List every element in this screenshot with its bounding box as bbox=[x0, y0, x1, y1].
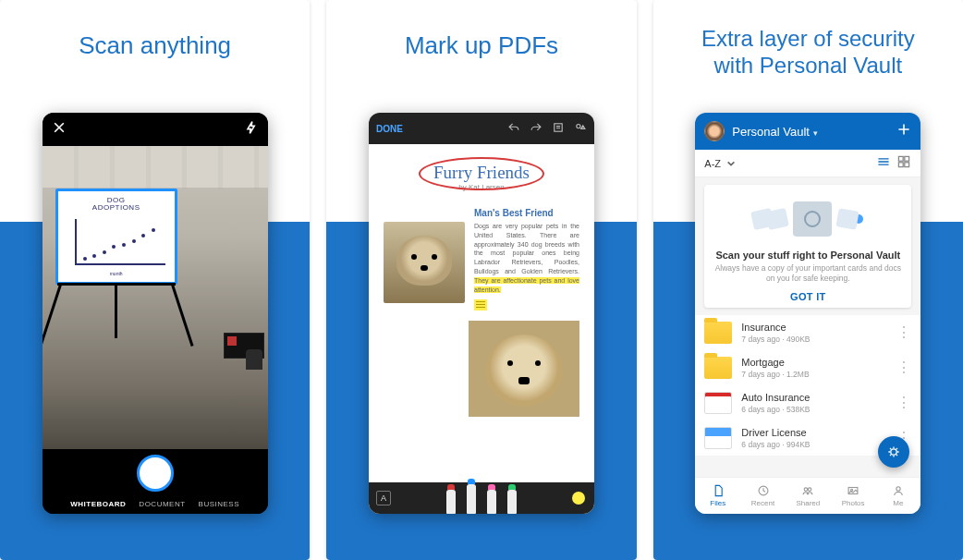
avatar[interactable] bbox=[704, 121, 725, 141]
list-view-icon[interactable] bbox=[876, 154, 891, 173]
para-text: Dogs are very popular pets in the United… bbox=[474, 223, 579, 274]
chart-x-axis bbox=[75, 263, 165, 265]
sort-bar: A-Z bbox=[695, 150, 920, 177]
camera-viewfinder: DOG ADOPTIONS bbox=[43, 146, 268, 449]
flash-icon[interactable] bbox=[244, 120, 259, 139]
shutter-button[interactable] bbox=[137, 455, 174, 492]
done-button[interactable]: DONE bbox=[376, 124, 403, 134]
panel-markup: Mark up PDFs DONE Furry Friends by Kat L… bbox=[326, 0, 636, 560]
pen-pink[interactable] bbox=[487, 490, 496, 514]
tab-shared[interactable]: Shared bbox=[786, 478, 831, 514]
camera-bottom-bar: WHITEBOARD DOCUMENT BUSINESS bbox=[43, 449, 268, 514]
promo-card: Scan your stuff right to Personal Vault … bbox=[704, 185, 911, 308]
easel-legs bbox=[55, 285, 177, 349]
markup-bottom-bar: A bbox=[369, 482, 594, 514]
font-indicator[interactable]: A bbox=[376, 491, 391, 505]
doc-body-row: Dogs are very popular pets in the United… bbox=[384, 222, 579, 313]
board-title-line2: ADOPTIONS bbox=[64, 204, 169, 212]
doc-paragraph: Dogs are very popular pets in the United… bbox=[474, 222, 579, 313]
svg-rect-4 bbox=[899, 162, 904, 166]
card-icon bbox=[836, 208, 859, 230]
chart-point bbox=[103, 250, 106, 254]
pen-green[interactable] bbox=[507, 490, 517, 514]
room-bg: DOG ADOPTIONS bbox=[43, 146, 268, 449]
highlight-annotation: They are affectionate pets and love atte… bbox=[474, 277, 579, 293]
dog-image-1 bbox=[384, 222, 465, 303]
color-swatch-yellow[interactable] bbox=[572, 492, 585, 505]
tab-label: Files bbox=[710, 499, 725, 507]
capture-mode-tabs[interactable]: WHITEBOARD DOCUMENT BUSINESS bbox=[70, 500, 239, 508]
more-icon[interactable]: ⋮ bbox=[896, 329, 911, 336]
document-icon bbox=[704, 392, 732, 414]
whiteboard: DOG ADOPTIONS bbox=[55, 189, 177, 285]
svg-rect-3 bbox=[905, 156, 909, 161]
tab-files[interactable]: Files bbox=[695, 478, 740, 514]
mode-whiteboard[interactable]: WHITEBOARD bbox=[70, 500, 126, 508]
background-desk bbox=[209, 333, 268, 397]
chart-point bbox=[132, 239, 136, 243]
folder-icon bbox=[704, 322, 732, 344]
markup-top-bar: DONE bbox=[369, 113, 594, 144]
svg-point-6 bbox=[891, 449, 896, 455]
sort-label[interactable]: A-Z bbox=[704, 158, 721, 169]
camera-top-bar bbox=[43, 113, 268, 146]
tab-recent[interactable]: Recent bbox=[740, 478, 786, 514]
person-silhouette bbox=[246, 349, 262, 370]
ink-circle-annotation bbox=[419, 157, 544, 190]
more-icon[interactable]: ⋮ bbox=[896, 364, 911, 371]
pen-blue[interactable] bbox=[467, 484, 476, 514]
chevron-down-icon[interactable] bbox=[726, 155, 736, 172]
pen-red[interactable] bbox=[446, 490, 456, 514]
redo-icon[interactable] bbox=[530, 121, 542, 136]
chart-point bbox=[141, 234, 145, 237]
section-heading: Man's Best Friend bbox=[474, 208, 579, 218]
svg-point-1 bbox=[577, 125, 580, 128]
grid-view-icon[interactable] bbox=[896, 154, 911, 173]
tab-label: Photos bbox=[842, 499, 865, 507]
close-icon[interactable] bbox=[52, 120, 67, 139]
add-icon[interactable] bbox=[896, 122, 911, 140]
chart-point bbox=[152, 228, 155, 232]
chart-y-axis bbox=[75, 219, 77, 265]
caret-down-icon: ▾ bbox=[813, 128, 818, 138]
markup-toolbar bbox=[507, 121, 587, 136]
got-it-button[interactable]: GOT IT bbox=[713, 291, 902, 302]
chart-point bbox=[92, 254, 96, 258]
note-icon[interactable] bbox=[552, 121, 565, 136]
doc-title-area: Furry Friends by Kat Larsen bbox=[384, 163, 579, 191]
board-chart: month bbox=[67, 219, 165, 273]
chart-point bbox=[83, 257, 87, 261]
ceiling bbox=[43, 146, 268, 189]
list-item[interactable]: Insurance7 days ago · 490KB ⋮ bbox=[695, 315, 920, 350]
svg-point-9 bbox=[809, 488, 812, 492]
pen-tray bbox=[446, 484, 517, 514]
file-list: Insurance7 days ago · 490KB ⋮ Mortgage7 … bbox=[695, 315, 920, 456]
list-item[interactable]: Auto Insurance6 days ago · 538KB ⋮ bbox=[695, 385, 920, 420]
item-meta: 6 days ago · 994KB bbox=[741, 440, 887, 449]
mode-business[interactable]: BUSINESS bbox=[199, 500, 239, 508]
pdf-document[interactable]: Furry Friends by Kat Larsen Man's Best F… bbox=[369, 144, 594, 482]
vault-header: Personal Vault ▾ bbox=[695, 113, 920, 150]
vault-title-dropdown[interactable]: Personal Vault ▾ bbox=[732, 125, 889, 139]
undo-icon[interactable] bbox=[507, 121, 520, 136]
panel-heading: Extra layer of security with Personal Va… bbox=[653, 26, 963, 79]
list-item[interactable]: Mortgage7 days ago · 1.2MB ⋮ bbox=[695, 350, 920, 385]
chart-point bbox=[112, 245, 116, 249]
tab-photos[interactable]: Photos bbox=[831, 478, 876, 514]
mode-document[interactable]: DOCUMENT bbox=[139, 500, 185, 508]
phone-scan: DOG ADOPTIONS bbox=[43, 113, 268, 514]
tab-label: Shared bbox=[796, 499, 820, 507]
item-name: Auto Insurance bbox=[741, 392, 887, 403]
svg-rect-0 bbox=[555, 124, 562, 131]
tab-me[interactable]: Me bbox=[876, 478, 921, 514]
scan-fab-button[interactable] bbox=[878, 436, 909, 468]
tab-label: Me bbox=[893, 499, 903, 507]
svg-point-12 bbox=[896, 487, 900, 491]
vault-title-text: Personal Vault bbox=[732, 125, 810, 139]
tab-label: Recent bbox=[751, 499, 774, 507]
more-icon[interactable]: ⋮ bbox=[896, 399, 911, 407]
sticky-note-icon[interactable] bbox=[474, 299, 487, 310]
whiteboard-easel: DOG ADOPTIONS bbox=[55, 189, 192, 336]
shapes-icon[interactable] bbox=[574, 121, 587, 136]
item-name: Driver License bbox=[741, 427, 887, 438]
